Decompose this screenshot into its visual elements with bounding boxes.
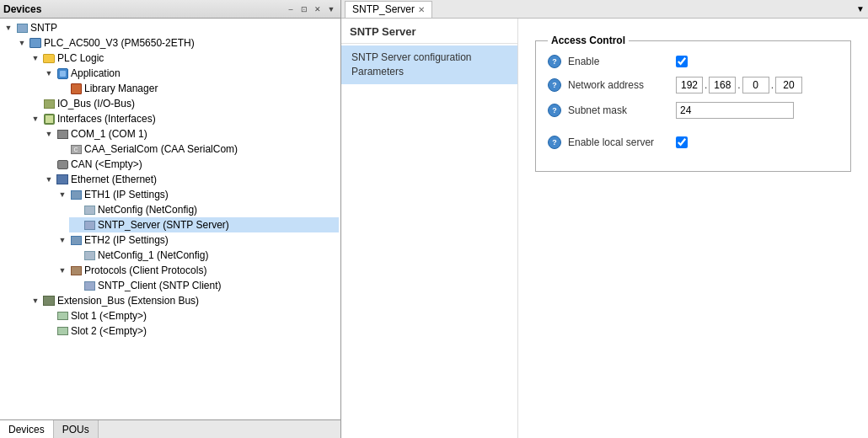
netcfg-label: NetConfig (NetConfig) (98, 204, 197, 216)
tree-node-iobus[interactable]: ▶ IO_Bus (I/O-Bus) (29, 96, 339, 111)
tree-node-protocols[interactable]: ▼ Protocols (Client Protocols) (56, 263, 339, 278)
ip-octet-4[interactable] (775, 77, 802, 93)
expand-icon[interactable]: ▼ (856, 4, 865, 13)
tree-node-eth1[interactable]: ▼ ETH1 (IP Settings) (56, 187, 339, 202)
tree-node-can[interactable]: ▶ CAN (<Empty>) (42, 157, 339, 172)
netcfg1-icon (83, 248, 96, 262)
ip-dot-2: . (737, 79, 740, 91)
network-address-help-icon[interactable]: ? (548, 78, 561, 92)
ip-input-group: . . . (676, 77, 802, 93)
nav-item-sntp-config[interactable]: SNTP Server configuration Parameters (341, 45, 517, 84)
dock-icon[interactable]: ⊡ (298, 3, 310, 15)
subnet-mask-input[interactable] (676, 102, 794, 119)
subnet-help-icon[interactable]: ? (548, 104, 561, 117)
slot1-label: Slot 1 (<Empty>) (71, 310, 147, 322)
editor-tabs: SNTP_Server ✕ (341, 0, 432, 18)
tree-node-netcfg[interactable]: ▶ NetConfig (NetConfig) (69, 202, 339, 217)
access-control-legend-container: Access Control (548, 35, 833, 46)
panel-bottom-tabs: Devices POUs (0, 419, 340, 438)
tree-node-caa[interactable]: ▶ C CAA_SerialCom (CAA SerialCom) (56, 142, 339, 157)
enable-checkbox[interactable] (676, 56, 688, 67)
sntp-client-icon (83, 279, 96, 292)
tree-node-application[interactable]: ▼ Application (42, 66, 339, 81)
expander-com1[interactable]: ▼ (42, 127, 56, 141)
tab-pous-label: POUs (62, 424, 89, 435)
ip-octet-3[interactable] (742, 77, 769, 93)
eth1-icon (69, 188, 83, 201)
editor-section-title: SNTP Server (341, 19, 517, 41)
expander-eth2[interactable]: ▼ (56, 233, 69, 247)
access-control-group: Access Control ? Enable ? Network addres… (535, 40, 851, 172)
slot1-icon (56, 309, 69, 323)
ifaces-label: Interfaces (Interfaces) (57, 113, 156, 125)
panel-title: Devices (3, 3, 41, 15)
slot2-icon (56, 324, 69, 338)
ip-octet-1[interactable] (676, 77, 703, 93)
ext-icon (42, 294, 56, 307)
panel-header: Devices – ⊡ ✕ ▼ (0, 0, 340, 19)
network-address-row: ? Network address . . . (548, 77, 833, 93)
enable-row: ? Enable (548, 55, 833, 68)
plc-label: PLC_AC500_V3 (PM5650-2ETH) (44, 37, 195, 49)
editor-content: SNTP Server SNTP Server configuration Pa… (341, 19, 868, 438)
tree-node-ifaces[interactable]: ▼ Interfaces (Interfaces) (29, 111, 339, 126)
io-label: IO_Bus (I/O-Bus) (57, 98, 135, 110)
expander-eth1[interactable]: ▼ (56, 188, 69, 201)
expander-sntp[interactable]: ▼ (2, 21, 15, 35)
editor-tab-sntpserver[interactable]: SNTP_Server ✕ (345, 1, 432, 18)
caa-label: CAA_SerialCom (CAA SerialCom) (84, 143, 238, 155)
enable-local-help-icon[interactable]: ? (548, 136, 561, 149)
expander-app[interactable]: ▼ (42, 67, 56, 80)
enable-local-label: Enable local server (568, 136, 669, 148)
eth2-icon (69, 233, 83, 247)
tree-node-sntpclient[interactable]: ▶ SNTP_Client (SNTP Client) (69, 278, 339, 293)
expander-ifaces[interactable]: ▼ (29, 112, 42, 126)
enable-local-checkbox[interactable] (676, 136, 688, 148)
can-icon (56, 158, 69, 171)
close-icon[interactable]: ✕ (312, 3, 324, 15)
sntp-label: SNTP (30, 22, 57, 34)
app-label: Application (71, 67, 121, 79)
tree-node-plclogic[interactable]: ▼ PLC Logic (29, 51, 339, 66)
tree-node-eth2[interactable]: ▼ ETH2 (IP Settings) (56, 232, 339, 248)
tree-node-slot1[interactable]: ▶ Slot 1 (<Empty>) (42, 308, 339, 323)
enable-help-icon[interactable]: ? (548, 55, 561, 68)
com-icon (56, 127, 69, 141)
editor-tab-label: SNTP_Server (352, 3, 415, 15)
iface-icon (42, 112, 56, 126)
tab-pous[interactable]: POUs (54, 420, 99, 438)
subnet-mask-row: ? Subnet mask (548, 102, 833, 119)
tree-node-netcfg1[interactable]: ▶ NetConfig_1 (NetConfig) (69, 248, 339, 263)
editor-panel: SNTP_Server ✕ ▼ SNTP Server SNTP Server … (341, 0, 868, 438)
nav-item-sntp-config-label: SNTP Server configuration Parameters (351, 51, 472, 77)
expander-eth[interactable]: ▼ (42, 173, 56, 186)
tree-node-sntp[interactable]: ▼ SNTP (2, 20, 339, 35)
tab-close-icon[interactable]: ✕ (418, 5, 425, 14)
network-address-label: Network address (568, 79, 669, 91)
editor-top-bar: SNTP_Server ✕ ▼ (341, 0, 868, 19)
sntp-server-icon (83, 218, 96, 232)
tree-node-extbus[interactable]: ▼ Extension_Bus (Extension Bus) (29, 293, 339, 308)
eth2-label: ETH2 (IP Settings) (84, 234, 169, 246)
access-control-legend: Access Control (548, 35, 629, 46)
expander-plc[interactable]: ▼ (15, 36, 29, 50)
tree-node-slot2[interactable]: ▶ Slot 2 (<Empty>) (42, 323, 339, 339)
io-icon (42, 97, 56, 110)
tab-devices[interactable]: Devices (0, 420, 54, 438)
netcfg1-label: NetConfig_1 (NetConfig) (98, 249, 208, 261)
lib-icon (69, 82, 83, 95)
expander-extbus[interactable]: ▼ (29, 294, 42, 307)
expander-protocols[interactable]: ▼ (56, 264, 69, 277)
tree-node-plc[interactable]: ▼ PLC_AC500_V3 (PM5650-2ETH) (15, 35, 339, 51)
ip-octet-2[interactable] (709, 77, 736, 93)
proto-icon (69, 264, 83, 277)
pin-icon[interactable]: – (285, 3, 297, 15)
tree-node-sntpserver[interactable]: ▶ SNTP_Server (SNTP Server) (69, 217, 339, 232)
sntpclient-label: SNTP_Client (SNTP Client) (98, 280, 221, 291)
tree-node-eth[interactable]: ▼ Ethernet (Ethernet) (42, 172, 339, 187)
expander-plclogic[interactable]: ▼ (29, 51, 42, 65)
dropdown-icon[interactable]: ▼ (325, 3, 337, 15)
tree-node-com1[interactable]: ▼ COM_1 (COM 1) (42, 126, 339, 142)
lib-label: Library Manager (84, 83, 158, 94)
tree-node-libmgr[interactable]: ▶ Library Manager (56, 81, 339, 96)
